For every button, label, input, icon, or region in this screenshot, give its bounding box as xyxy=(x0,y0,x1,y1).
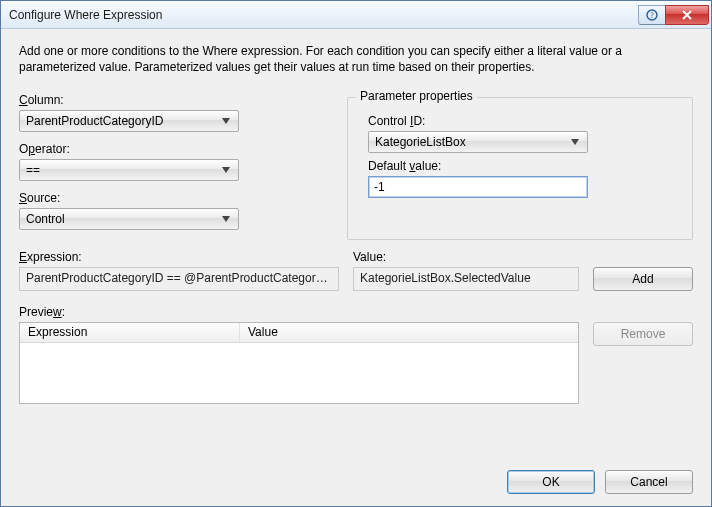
preview-list-header: Expression Value xyxy=(20,323,578,343)
close-icon xyxy=(681,9,693,21)
client-area: Add one or more conditions to the Where … xyxy=(1,29,711,506)
chevron-down-icon xyxy=(218,209,234,229)
operator-label: Operator: xyxy=(19,142,319,156)
parameter-properties-legend: Parameter properties xyxy=(356,89,477,103)
cancel-button[interactable]: Cancel xyxy=(605,470,693,494)
preview-list-body xyxy=(20,343,578,403)
close-button[interactable] xyxy=(665,5,709,25)
titlebar: Configure Where Expression ? xyxy=(1,1,711,29)
ok-button[interactable]: OK xyxy=(507,470,595,494)
titlebar-buttons: ? xyxy=(639,5,709,25)
form-grid: Column: ParentProductCategoryID Operator… xyxy=(19,93,693,240)
default-value-input[interactable] xyxy=(368,176,588,198)
help-button[interactable]: ? xyxy=(638,5,666,25)
chevron-down-icon xyxy=(567,132,583,152)
value-readonly: KategorieListBox.SelectedValue xyxy=(353,267,579,291)
control-id-combo[interactable]: KategorieListBox xyxy=(368,131,588,153)
help-icon: ? xyxy=(646,9,658,21)
source-combo[interactable]: Control xyxy=(19,208,239,230)
parameter-properties-group: Parameter properties Control ID: Kategor… xyxy=(347,97,693,240)
dialog-window: Configure Where Expression ? Add one or … xyxy=(0,0,712,507)
preview-col-value[interactable]: Value xyxy=(240,323,578,342)
window-title: Configure Where Expression xyxy=(9,8,639,22)
value-label: Value: xyxy=(353,250,579,264)
expression-readonly: ParentProductCategoryID == @ParentProduc… xyxy=(19,267,339,291)
intro-text: Add one or more conditions to the Where … xyxy=(19,43,679,75)
preview-listview[interactable]: Expression Value xyxy=(19,322,579,404)
expression-label: Expression: xyxy=(19,250,339,264)
left-column: Column: ParentProductCategoryID Operator… xyxy=(19,93,319,240)
source-label: Source: xyxy=(19,191,319,205)
operator-combo-value: == xyxy=(26,163,218,177)
source-combo-value: Control xyxy=(26,212,218,226)
default-value-label: Default value: xyxy=(368,159,680,173)
operator-combo[interactable]: == xyxy=(19,159,239,181)
preview-col-expression[interactable]: Expression xyxy=(20,323,240,342)
chevron-down-icon xyxy=(218,111,234,131)
dialog-footer: OK Cancel xyxy=(19,454,693,494)
column-label: Column: xyxy=(19,93,319,107)
remove-button: Remove xyxy=(593,322,693,346)
chevron-down-icon xyxy=(218,160,234,180)
column-combo-value: ParentProductCategoryID xyxy=(26,114,218,128)
control-id-label: Control ID: xyxy=(368,114,680,128)
column-combo[interactable]: ParentProductCategoryID xyxy=(19,110,239,132)
preview-section: Preview: Expression Value Remove xyxy=(19,305,693,404)
preview-label: Preview: xyxy=(19,305,693,319)
expression-row: Expression: ParentProductCategoryID == @… xyxy=(19,250,693,291)
add-button[interactable]: Add xyxy=(593,267,693,291)
svg-text:?: ? xyxy=(650,11,654,20)
control-id-value: KategorieListBox xyxy=(375,135,567,149)
